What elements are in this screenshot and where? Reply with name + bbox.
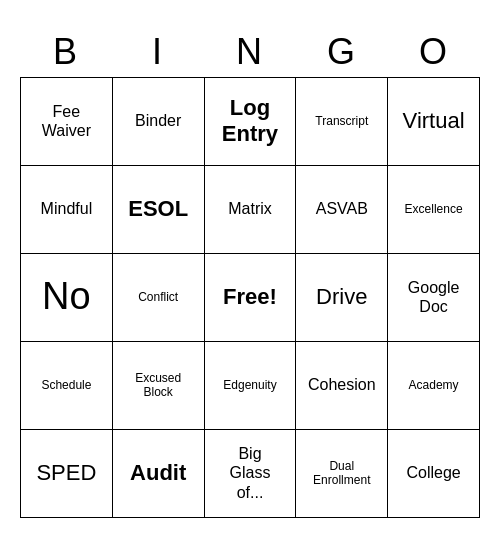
cell-text: BigGlassof... xyxy=(230,444,271,502)
cell-text: ESOL xyxy=(128,196,188,222)
bingo-cell: Schedule xyxy=(21,342,113,430)
bingo-cell: Free! xyxy=(205,254,297,342)
cell-text: SPED xyxy=(36,460,96,486)
cell-text: College xyxy=(406,463,460,482)
cell-text: Schedule xyxy=(41,378,91,392)
bingo-cell: Audit xyxy=(113,430,205,518)
cell-text: Free! xyxy=(223,284,277,310)
cell-text: Audit xyxy=(130,460,186,486)
cell-text: Drive xyxy=(316,284,367,310)
cell-text: No xyxy=(42,274,91,320)
bingo-cell: BigGlassof... xyxy=(205,430,297,518)
header-letter: O xyxy=(388,27,480,77)
cell-text: Academy xyxy=(409,378,459,392)
cell-text: GoogleDoc xyxy=(408,278,460,316)
bingo-cell: Mindful xyxy=(21,166,113,254)
bingo-cell: FeeWaiver xyxy=(21,78,113,166)
cell-text: ExcusedBlock xyxy=(135,371,181,400)
bingo-cell: Conflict xyxy=(113,254,205,342)
bingo-cell: Academy xyxy=(388,342,480,430)
bingo-cell: ASVAB xyxy=(296,166,388,254)
header-letter: G xyxy=(296,27,388,77)
cell-text: Virtual xyxy=(403,108,465,134)
bingo-header: BINGO xyxy=(20,27,480,77)
bingo-cell: Virtual xyxy=(388,78,480,166)
bingo-cell: GoogleDoc xyxy=(388,254,480,342)
cell-text: Mindful xyxy=(41,199,93,218)
cell-text: Transcript xyxy=(315,114,368,128)
bingo-cell: Matrix xyxy=(205,166,297,254)
cell-text: FeeWaiver xyxy=(42,102,91,140)
bingo-cell: College xyxy=(388,430,480,518)
bingo-card: BINGO FeeWaiverBinderLogEntryTranscriptV… xyxy=(20,27,480,518)
bingo-cell: No xyxy=(21,254,113,342)
bingo-cell: ESOL xyxy=(113,166,205,254)
bingo-cell: DualEnrollment xyxy=(296,430,388,518)
cell-text: DualEnrollment xyxy=(313,459,370,488)
cell-text: Conflict xyxy=(138,290,178,304)
bingo-cell: Binder xyxy=(113,78,205,166)
cell-text: LogEntry xyxy=(222,95,278,148)
bingo-cell: SPED xyxy=(21,430,113,518)
cell-text: Edgenuity xyxy=(223,378,276,392)
header-letter: B xyxy=(20,27,112,77)
bingo-cell: Edgenuity xyxy=(205,342,297,430)
cell-text: Cohesion xyxy=(308,375,376,394)
cell-text: ASVAB xyxy=(316,199,368,218)
bingo-cell: Cohesion xyxy=(296,342,388,430)
cell-text: Binder xyxy=(135,111,181,130)
cell-text: Excellence xyxy=(405,202,463,216)
bingo-cell: ExcusedBlock xyxy=(113,342,205,430)
bingo-cell: LogEntry xyxy=(205,78,297,166)
bingo-cell: Excellence xyxy=(388,166,480,254)
cell-text: Matrix xyxy=(228,199,272,218)
header-letter: I xyxy=(112,27,204,77)
bingo-grid: FeeWaiverBinderLogEntryTranscriptVirtual… xyxy=(20,77,480,518)
bingo-cell: Drive xyxy=(296,254,388,342)
bingo-cell: Transcript xyxy=(296,78,388,166)
header-letter: N xyxy=(204,27,296,77)
